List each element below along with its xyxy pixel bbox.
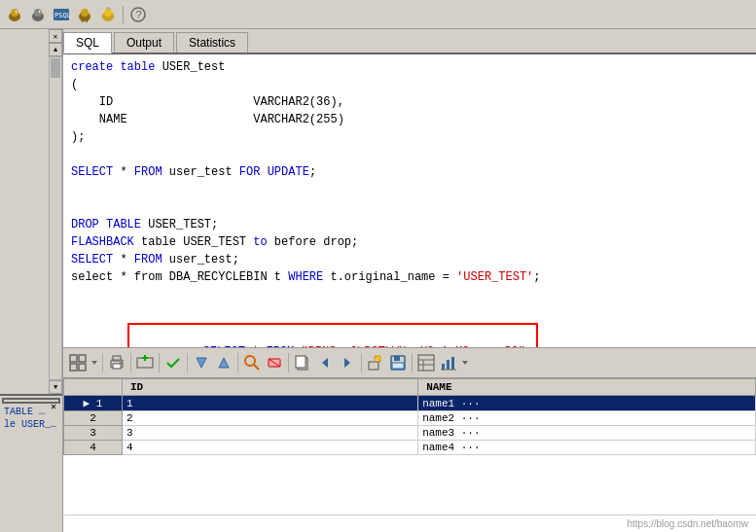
qt-sep-2 [130, 353, 131, 372]
row-marker-1: ▶ 1 [64, 396, 123, 411]
results-table: ID NAME ▶ 1 1 name1 ··· 2 2 name2 ··· [63, 378, 756, 455]
scroll-track[interactable] [49, 56, 62, 380]
left-bottom-panel: ✕ TABLE BO_P le USER_test [0, 396, 62, 532]
sql-line-11: FLASHBACK table USER_TEST to before drop… [71, 233, 748, 251]
results-grid: ID NAME ▶ 1 1 name1 ··· 2 2 name2 ··· [63, 378, 756, 514]
left-bottom-close-btn[interactable]: ✕ [2, 398, 60, 404]
svg-point-3 [17, 11, 18, 12]
export-icon[interactable] [365, 352, 386, 373]
highlighted-sql-line: SELECT * FROM "BIN$eu9hB2ThWHngU8sAqMCp+… [127, 323, 539, 347]
sql-line-5: ); [71, 128, 748, 146]
svg-rect-16 [70, 355, 77, 362]
tab-sql[interactable]: SQL [63, 32, 112, 53]
svg-rect-22 [113, 364, 121, 369]
duck1-icon[interactable] [4, 4, 25, 25]
sql-line-6 [71, 146, 748, 163]
svg-rect-43 [451, 357, 454, 370]
svg-rect-18 [70, 364, 77, 371]
row-cell-id-2: 2 [123, 411, 418, 426]
qt-sep-6 [288, 353, 289, 372]
chart-icon[interactable] [438, 352, 459, 373]
scroll-thumb[interactable] [51, 58, 60, 78]
svg-rect-41 [442, 364, 445, 370]
row-cell-name-4: name4 ··· [418, 441, 756, 455]
svg-rect-32 [296, 356, 306, 368]
sort-down-icon[interactable] [191, 352, 212, 373]
grid-icon[interactable] [67, 352, 89, 373]
row-marker-3: 3 [64, 426, 123, 441]
sql-line-7: SELECT * FROM user_test FOR UPDATE; [71, 163, 748, 181]
svg-point-11 [81, 9, 89, 17]
left-panel-content: ▲ ▼ [0, 29, 62, 394]
duck3-icon[interactable] [74, 4, 95, 25]
add-row-icon[interactable] [134, 352, 156, 373]
help-icon[interactable]: ? [127, 4, 149, 25]
search-icon[interactable] [241, 352, 263, 373]
svg-rect-35 [394, 356, 400, 361]
svg-rect-33 [369, 362, 378, 370]
scroll-down-btn[interactable]: ▼ [49, 380, 62, 394]
grid2-icon[interactable] [415, 352, 437, 373]
sort-up-icon[interactable] [213, 352, 234, 373]
svg-point-7 [40, 11, 41, 12]
tab-statistics[interactable]: Statistics [176, 32, 248, 53]
left-item-2[interactable]: le USER_test [2, 418, 60, 431]
copy-icon[interactable] [292, 352, 313, 373]
table-row[interactable]: 3 3 name3 ··· [64, 426, 756, 441]
tab-output[interactable]: Output [114, 32, 174, 53]
scroll-up-btn[interactable]: ▲ [49, 43, 62, 56]
svg-point-13 [104, 9, 112, 17]
top-toolbar: PSQL ? [0, 0, 756, 29]
qt-sep-8 [412, 353, 413, 372]
row-marker-4: 4 [64, 441, 123, 455]
svg-text:?: ? [136, 9, 142, 20]
svg-line-28 [254, 365, 259, 370]
qt-sep-3 [159, 353, 160, 372]
sql-line-13: select * from DBA_RECYCLEBIN t WHERE t.o… [71, 268, 748, 286]
sql-line-15-wrapper: SELECT * FROM "BIN$eu9hB2ThWHngU8sAqMCp+… [71, 305, 748, 347]
sql-line-12: SELECT * FROM user_test; [71, 251, 748, 268]
duck2-icon[interactable] [27, 4, 49, 25]
left-top-panel: ✕ ▲ ▼ [0, 29, 62, 396]
svg-point-23 [120, 362, 122, 364]
qt-sep-5 [237, 353, 238, 372]
qt-sep-1 [102, 353, 103, 372]
svg-point-5 [34, 9, 42, 17]
table-row[interactable]: 4 4 name4 ··· [64, 441, 756, 455]
row-cell-id-1: 1 [123, 396, 418, 411]
confirm-icon[interactable] [162, 352, 184, 373]
left-item-1[interactable]: TABLE BO_P [2, 406, 51, 418]
duck4-icon[interactable] [97, 4, 119, 25]
clear-icon[interactable] [264, 352, 285, 373]
row-cell-name-3: name3 ··· [418, 426, 756, 441]
row-marker-2: 2 [64, 411, 123, 426]
svg-rect-19 [79, 364, 86, 371]
row-cell-id-3: 3 [123, 426, 418, 441]
left-panel-close[interactable]: ✕ [49, 29, 62, 43]
nav-right-icon[interactable] [337, 352, 358, 373]
grid-dropdown-btn[interactable] [90, 352, 99, 373]
left-panel: ✕ ▲ ▼ ✕ TABLE BO_P le USER_test [0, 29, 63, 532]
psql-icon[interactable]: PSQL [51, 4, 72, 25]
row-cell-name-2: name2 ··· [418, 411, 756, 426]
chart-dropdown-btn[interactable] [460, 352, 470, 373]
svg-rect-17 [79, 355, 86, 362]
table-row[interactable]: ▶ 1 1 name1 ··· [64, 396, 756, 411]
svg-rect-36 [392, 363, 404, 369]
row-cell-id-4: 4 [123, 441, 418, 455]
qt-sep-7 [361, 353, 362, 372]
save-icon[interactable] [387, 352, 409, 373]
query-toolbar [63, 347, 756, 378]
svg-rect-37 [418, 355, 434, 371]
main-content: ✕ ▲ ▼ ✕ TABLE BO_P le USER_test [0, 29, 756, 532]
sql-line-10: DROP TABLE USER_TEST; [71, 216, 748, 233]
table-row[interactable]: 2 2 name2 ··· [64, 411, 756, 426]
nav-left-icon[interactable] [314, 352, 336, 373]
svg-text:PSQL: PSQL [54, 12, 70, 19]
sql-editor[interactable]: create table USER_test ( ID VARCHAR2(36)… [63, 54, 756, 347]
col-header-name: NAME [418, 379, 756, 396]
svg-rect-42 [447, 360, 450, 370]
print-icon[interactable] [106, 352, 127, 373]
sql-line-8 [71, 181, 748, 198]
sql-line-14 [71, 286, 748, 303]
